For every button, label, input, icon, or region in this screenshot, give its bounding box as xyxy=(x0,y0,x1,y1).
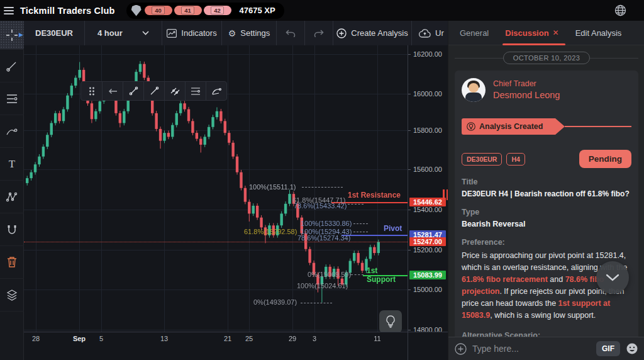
tool-brush[interactable] xyxy=(0,115,24,148)
panel-resize-handle[interactable] xyxy=(443,189,448,200)
lightbulb-icon xyxy=(467,122,475,131)
drawing-tools-sidebar: ▶ T xyxy=(0,21,24,360)
time-axis[interactable]: 28Sep513212529311 xyxy=(24,332,448,344)
fib-dash-line xyxy=(353,232,368,232)
idea-lightbulb-button[interactable] xyxy=(379,310,402,332)
fib-level-label[interactable]: 0%(15069.59) xyxy=(308,271,351,278)
price-chip: 15083.99 xyxy=(409,271,446,279)
tool-trend-line[interactable] xyxy=(0,50,24,82)
chart-toolbar: DE30EUR 4 hour Indicators ⚙ Settings Cre… xyxy=(24,21,448,45)
author-row: Chief Trader Desmond Leong xyxy=(462,78,631,102)
time-axis-label: 21 xyxy=(224,335,231,342)
time-axis-label: 25 xyxy=(245,335,253,342)
timeframe-select[interactable]: 4 hour xyxy=(85,21,162,45)
fib-level-label[interactable]: 100%(15024.61) xyxy=(297,282,348,290)
level-segment: 40 xyxy=(145,6,172,15)
time-axis-label: 13 xyxy=(160,335,168,342)
fib-level-label[interactable]: 78.6%(15433.42) xyxy=(294,202,347,210)
xp-total: 47675 XP xyxy=(240,6,275,15)
analysis-card: Chief Trader Desmond Leong Analysis Crea… xyxy=(455,70,638,337)
price-chip: 15446.62 xyxy=(409,198,446,206)
price-axis-label: 16000.00 xyxy=(413,90,442,98)
fib-dash-line xyxy=(351,274,364,275)
tab-edit-analysis[interactable]: Edit Analysis xyxy=(575,21,622,45)
message-input-bar: GIF xyxy=(448,337,644,360)
curve-tool-icon[interactable] xyxy=(206,82,226,100)
symbol-button[interactable]: DE30EUR xyxy=(24,21,85,45)
chevron-down-icon xyxy=(142,31,149,35)
avatar xyxy=(462,78,486,102)
tool-expand-arrow[interactable]: ▶ xyxy=(19,31,23,38)
current-price-line xyxy=(24,242,408,242)
price-axis-label: 15200.00 xyxy=(413,246,442,254)
price-axis-label: 15400.00 xyxy=(413,206,442,213)
tab-close-icon[interactable]: ✕ xyxy=(553,28,559,37)
trend-line-tool-icon[interactable] xyxy=(123,82,143,100)
chart-plot[interactable]: 1st ResistancePivot1st Support100%(15511… xyxy=(24,45,408,332)
timeframe-badge: H4 xyxy=(506,153,525,166)
language-globe-icon[interactable] xyxy=(614,4,626,16)
tool-xabcd-pattern[interactable] xyxy=(0,181,24,213)
level-segment: 41 xyxy=(174,6,202,15)
tool-crosshair[interactable]: ▶ xyxy=(0,21,24,50)
time-axis-label: 3 xyxy=(313,335,316,342)
indicators-label: Indicators xyxy=(181,28,216,38)
price-axis-label: 15800.00 xyxy=(413,127,442,134)
parallel-channel-tool-icon[interactable] xyxy=(164,82,185,100)
type-label: Type xyxy=(462,208,631,217)
gif-button[interactable]: GIF xyxy=(596,341,620,356)
ribbon-label: Analysis Created xyxy=(479,122,543,131)
fib-level-label[interactable]: 100%(15330.86) xyxy=(301,220,352,227)
title-label: Title xyxy=(462,177,631,186)
tool-fib-retracement[interactable] xyxy=(0,82,24,115)
date-pill: OCTOBER 10, 2023 xyxy=(503,52,590,64)
ribbon-row: Analysis Created xyxy=(462,118,631,135)
price-axis-label: 15000.00 xyxy=(413,286,442,293)
tool-delete[interactable] xyxy=(0,246,24,279)
arrow-left-icon[interactable] xyxy=(102,82,123,100)
fib-dash-line xyxy=(302,187,343,188)
panel-tabs: General Discussion ✕ Edit Analysis xyxy=(448,21,644,45)
floating-draw-toolbar xyxy=(80,81,227,101)
scroll-down-button[interactable] xyxy=(596,261,629,294)
tab-general[interactable]: General xyxy=(460,21,489,45)
fib-level-label[interactable]: 100%(15511.1) xyxy=(249,183,296,191)
fib-level-label[interactable]: 61.8%(15292.58) xyxy=(244,228,297,235)
price-axis[interactable]: 16200.0016000.0015800.0015600.0015400.00… xyxy=(408,45,448,360)
indicators-button[interactable]: Indicators xyxy=(162,21,222,45)
level-segments: 404142 xyxy=(145,6,231,15)
redo-button[interactable] xyxy=(305,21,333,45)
time-axis-label: 29 xyxy=(289,335,296,342)
analysis-panel: General Discussion ✕ Edit Analysis OCTOB… xyxy=(448,21,644,360)
fib-level-label[interactable]: 0%(14939.07) xyxy=(253,298,297,306)
xp-progress-pill[interactable]: 404142 47675 XP xyxy=(126,3,284,19)
time-axis-label: 28 xyxy=(32,335,40,342)
preference-label: Preference: xyxy=(462,238,631,247)
fib-dash-line xyxy=(353,223,368,224)
undo-button[interactable] xyxy=(277,21,305,45)
tool-text[interactable]: T xyxy=(0,148,24,181)
settings-button[interactable]: ⚙ Settings xyxy=(222,21,277,45)
menu-icon[interactable] xyxy=(4,7,14,14)
drag-handle-icon[interactable] xyxy=(81,82,102,100)
settings-label: Settings xyxy=(240,28,270,38)
ray-line-tool-icon[interactable] xyxy=(143,82,164,100)
pending-button[interactable]: Pending xyxy=(579,150,631,168)
create-analysis-label: Create Analysis xyxy=(351,28,408,38)
price-chip: 15247.00 xyxy=(409,237,446,246)
tool-object-tree[interactable] xyxy=(0,279,24,312)
fib-dash-line xyxy=(348,204,364,205)
chart-area: 1st ResistancePivot1st Support100%(15511… xyxy=(24,45,448,360)
create-analysis-button[interactable]: Create Analysis xyxy=(333,21,412,45)
fib-level-label[interactable]: 78.6%(15274.34) xyxy=(297,234,350,242)
upload-button[interactable]: Ur xyxy=(412,21,448,45)
fib-tool-icon[interactable] xyxy=(185,82,206,100)
tool-magnet[interactable] xyxy=(0,213,24,246)
date-divider: OCTOBER 10, 2023 xyxy=(455,52,638,64)
attach-plus-icon[interactable] xyxy=(455,343,467,355)
emoji-icon[interactable] xyxy=(626,342,638,355)
tab-discussion[interactable]: Discussion ✕ xyxy=(505,21,558,45)
time-axis-label: 11 xyxy=(374,335,380,342)
message-input[interactable] xyxy=(472,344,591,354)
top-bar: Tickmill Traders Club 404142 47675 XP xyxy=(0,0,644,21)
